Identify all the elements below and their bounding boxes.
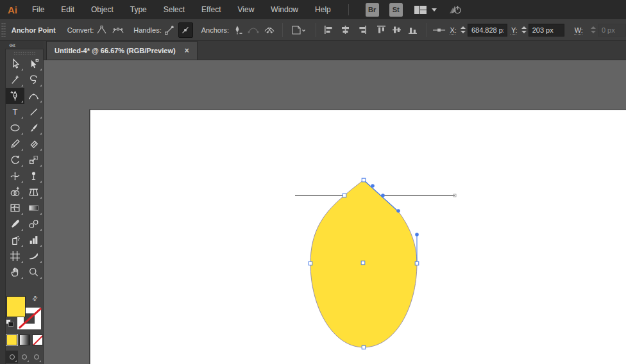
column-graph-tool[interactable] bbox=[24, 232, 43, 248]
align-vertical-bottom-button[interactable] bbox=[406, 22, 421, 38]
mesh-tool[interactable] bbox=[6, 200, 24, 216]
close-icon[interactable]: × bbox=[185, 46, 189, 55]
y-label[interactable]: Y: bbox=[511, 26, 518, 34]
document-title: Untitled-4* @ 66.67% (RGB/Preview) bbox=[55, 47, 176, 54]
remove-anchor-pen-button[interactable] bbox=[230, 22, 244, 38]
hand-tool[interactable] bbox=[6, 264, 24, 280]
menu-effect[interactable]: Effect bbox=[193, 0, 229, 19]
menu-bar: Ai File Edit Object Type Select Effect V… bbox=[0, 0, 626, 19]
x-input[interactable] bbox=[468, 24, 507, 37]
pencil-tool[interactable] bbox=[6, 136, 24, 152]
gradient-tool[interactable] bbox=[24, 200, 43, 216]
align-vertical-top-button[interactable] bbox=[375, 22, 389, 38]
handle-dot[interactable] bbox=[415, 233, 419, 236]
collapse-panel-icon[interactable]: «« bbox=[0, 41, 44, 49]
handle-dot[interactable] bbox=[381, 194, 385, 197]
symbol-sprayer-tool[interactable] bbox=[6, 232, 24, 248]
cut-path-scissors-button[interactable] bbox=[262, 22, 276, 38]
ellipse-tool[interactable] bbox=[6, 120, 24, 136]
document-setup-button[interactable] bbox=[289, 22, 310, 38]
type-tool[interactable]: T bbox=[6, 104, 24, 120]
hide-handles-button[interactable] bbox=[178, 22, 193, 38]
stock-button[interactable]: St bbox=[389, 3, 403, 17]
gradient-button[interactable] bbox=[19, 335, 30, 345]
tool-mode-label: Anchor Point bbox=[12, 26, 56, 34]
anchors-label: Anchors: bbox=[201, 26, 229, 34]
draw-normal-button[interactable] bbox=[6, 351, 18, 363]
menu-select[interactable]: Select bbox=[155, 0, 193, 19]
color-button[interactable] bbox=[6, 335, 17, 345]
anchor-point[interactable] bbox=[415, 261, 419, 265]
handle-dot[interactable] bbox=[396, 209, 400, 213]
x-field-group: X: bbox=[450, 24, 507, 37]
x-stepper[interactable] bbox=[461, 26, 466, 33]
convert-to-corner-button[interactable] bbox=[94, 22, 109, 38]
menu-type[interactable]: Type bbox=[122, 0, 155, 19]
draw-behind-button[interactable] bbox=[18, 351, 30, 363]
scale-tool[interactable] bbox=[24, 152, 43, 168]
puppet-warp-tool[interactable] bbox=[24, 168, 43, 184]
perspective-grid-tool[interactable] bbox=[24, 184, 43, 200]
convert-to-smooth-button[interactable] bbox=[110, 22, 125, 38]
show-handles-button[interactable] bbox=[162, 22, 177, 38]
menu-window[interactable]: Window bbox=[262, 0, 307, 19]
artboard-tool[interactable] bbox=[6, 248, 24, 264]
align-horizontal-right-button[interactable] bbox=[354, 22, 369, 38]
menu-view[interactable]: View bbox=[230, 0, 263, 19]
handle-dot[interactable] bbox=[371, 184, 375, 188]
artboard-canvas[interactable] bbox=[44, 60, 626, 364]
draw-inside-button[interactable] bbox=[30, 351, 42, 363]
bridge-button[interactable]: Br bbox=[366, 3, 379, 17]
selection-tool[interactable] bbox=[6, 56, 24, 72]
panel-grip[interactable] bbox=[13, 51, 35, 54]
curvature-tool[interactable] bbox=[24, 88, 43, 104]
y-input[interactable] bbox=[529, 24, 564, 37]
chevron-down-icon bbox=[432, 8, 437, 12]
zoom-tool[interactable] bbox=[24, 264, 43, 280]
menu-file[interactable]: File bbox=[24, 0, 53, 19]
canvas-area[interactable] bbox=[44, 60, 626, 364]
width-tool[interactable] bbox=[6, 168, 24, 184]
eyedropper-tool[interactable] bbox=[6, 216, 24, 232]
separator bbox=[316, 23, 316, 37]
connect-endpoints-button[interactable] bbox=[246, 22, 260, 38]
align-vertical-center-button[interactable] bbox=[390, 22, 405, 38]
align-horizontal-left-button[interactable] bbox=[322, 22, 337, 38]
anchor-point[interactable] bbox=[343, 194, 346, 197]
panel-grip[interactable] bbox=[1, 22, 6, 38]
line-segment-tool[interactable] bbox=[24, 104, 43, 120]
anchor-point[interactable] bbox=[361, 261, 365, 265]
handles-label: Handles: bbox=[133, 26, 161, 34]
blend-tool[interactable] bbox=[24, 216, 43, 232]
lasso-tool[interactable] bbox=[24, 72, 43, 88]
workspace-layout-icon bbox=[414, 6, 427, 14]
tools-dock: «« bbox=[0, 41, 44, 364]
slice-tool[interactable] bbox=[24, 248, 43, 264]
x-label[interactable]: X: bbox=[450, 26, 456, 34]
anchor-point[interactable] bbox=[309, 261, 312, 265]
swap-fill-stroke-icon[interactable]: ⇄ bbox=[30, 294, 39, 303]
workspace-switcher[interactable] bbox=[414, 6, 437, 14]
document-tab[interactable]: Untitled-4* @ 66.67% (RGB/Preview) × bbox=[46, 41, 198, 60]
menu-object[interactable]: Object bbox=[83, 0, 122, 19]
w-stepper bbox=[591, 26, 596, 33]
none-button[interactable] bbox=[32, 335, 43, 345]
w-field-group: W: bbox=[575, 24, 626, 37]
rotate-tool[interactable] bbox=[6, 152, 24, 168]
control-bar: Anchor Point Convert: Handles: bbox=[0, 19, 626, 41]
anchor-point[interactable] bbox=[362, 178, 366, 182]
anchor-point[interactable] bbox=[362, 345, 366, 349]
magic-wand-tool[interactable] bbox=[6, 72, 24, 88]
fill-swatch-yellow[interactable] bbox=[6, 296, 26, 317]
touch-workspace-icon[interactable] bbox=[447, 3, 462, 16]
y-stepper[interactable] bbox=[521, 26, 527, 33]
paintbrush-tool[interactable] bbox=[24, 120, 43, 136]
shape-builder-tool[interactable] bbox=[6, 184, 24, 200]
menu-help[interactable]: Help bbox=[307, 0, 339, 19]
eraser-tool[interactable] bbox=[24, 136, 43, 152]
menu-edit[interactable]: Edit bbox=[53, 0, 83, 19]
default-fill-stroke-icon[interactable] bbox=[6, 319, 14, 327]
align-horizontal-center-button[interactable] bbox=[338, 22, 353, 38]
pen-tool[interactable] bbox=[6, 88, 24, 104]
direct-selection-tool[interactable] bbox=[24, 56, 43, 72]
